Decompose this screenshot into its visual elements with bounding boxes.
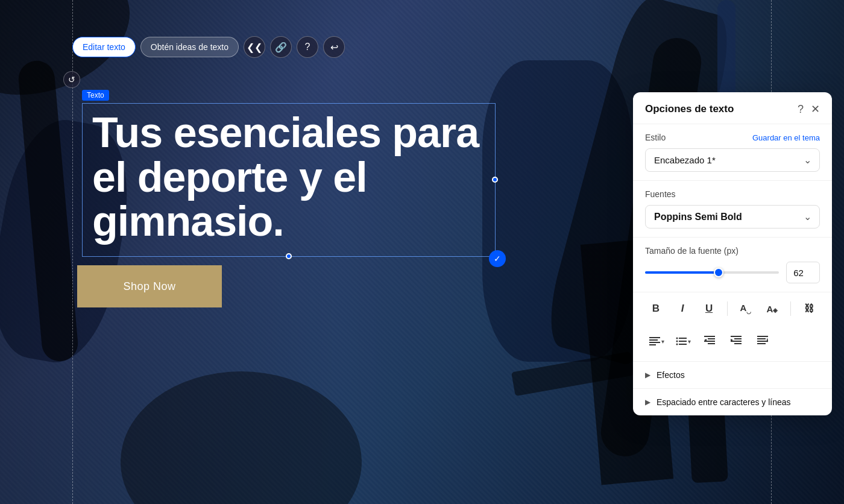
font-size-label: Tamaño de la fuente (px) [645,246,738,256]
efectos-label: Efectos [657,370,685,380]
italic-button[interactable]: I [672,297,693,320]
svg-point-8 [676,344,678,345]
svg-rect-3 [649,344,656,345]
format-icons-row: B I U A◡ A◈ ⛓ [633,292,832,325]
text-color-icon: A◡ [740,303,752,315]
text-type-label: Texto [82,90,109,101]
back-history-icon: ❮❮ [247,42,262,53]
toolbar: Editar texto Obtén ideas de texto ❮❮ 🔗 ?… [72,36,345,58]
text-color-button[interactable]: A◡ [735,297,757,320]
indent-increase-icon [731,336,742,347]
svg-rect-5 [679,338,687,339]
text-bounding-box[interactable]: Tus esenciales para el deporte y el gimn… [82,103,496,257]
undo-button[interactable]: ↩ [323,36,345,58]
separator-1 [727,301,728,316]
bold-button[interactable]: B [645,297,667,320]
estilo-dropdown[interactable]: Encabezado 1* Encabezado 2 Encabezado 3 … [645,148,820,172]
help-button[interactable]: ? [297,36,318,58]
font-size-header: Tamaño de la fuente (px) [645,246,820,256]
estilo-dropdown-wrapper: Encabezado 1* Encabezado 2 Encabezado 3 … [645,148,820,172]
font-size-section: Tamaño de la fuente (px) [633,237,832,292]
link-button[interactable]: 🔗 [270,36,292,58]
indent-decrease-button[interactable] [698,330,721,353]
align-left-button[interactable]: ▾ [645,330,668,353]
slider-track [645,271,779,274]
text-options-panel: Opciones de texto ? ✕ Estilo Guardar en … [633,92,832,415]
svg-point-4 [676,338,678,339]
svg-rect-10 [704,336,715,337]
text-direction-button[interactable] [751,330,774,353]
save-theme-link[interactable]: Guardar en el tema [752,133,820,142]
svg-rect-11 [708,338,715,339]
slider-thumb[interactable] [714,268,723,277]
espaciado-chevron-icon: ▶ [645,398,650,406]
svg-rect-13 [708,343,715,344]
fuentes-section: Fuentes Poppins Semi Bold Roboto Open Sa… [633,180,832,237]
separator-2 [790,301,791,316]
efectos-chevron-icon: ▶ [645,371,650,379]
confirm-badge[interactable]: ✓ [489,250,506,267]
panel-help-icon: ? [798,103,804,115]
link-text-button[interactable]: ⛓ [798,297,820,320]
rotate-icon: ↺ [68,75,75,84]
undo-icon: ↩ [330,42,338,53]
svg-rect-0 [649,337,660,338]
rotate-handle[interactable]: ↺ [63,71,80,88]
efectos-section[interactable]: ▶ Efectos [633,361,832,388]
panel-close-icon: ✕ [811,103,820,115]
panel-help-button[interactable]: ? [798,104,804,115]
estilo-section: Estilo Guardar en el tema Encabezado 1* … [633,124,832,180]
espaciado-label: Espaciado entre caracteres y líneas [657,397,791,407]
svg-rect-17 [731,341,742,342]
underline-icon: U [705,303,713,315]
hero-heading[interactable]: Tus esenciales para el deporte y el gimn… [92,111,485,244]
resize-handle-right[interactable] [492,177,498,183]
text-highlight-button[interactable]: A◈ [761,297,783,320]
list-icon: ▾ [676,337,691,345]
estilo-section-header: Estilo Guardar en el tema [645,133,820,142]
text-editing-area[interactable]: Texto Tus esenciales para el deporte y e… [77,84,500,262]
panel-header: Opciones de texto ? ✕ [633,92,832,124]
estilo-label: Estilo [645,133,666,142]
back-history-button[interactable]: ❮❮ [244,36,265,58]
svg-rect-7 [679,341,687,342]
font-size-slider-container[interactable] [645,271,779,274]
indent-decrease-icon [704,336,715,347]
svg-rect-20 [757,336,768,337]
edit-text-button[interactable]: Editar texto [72,37,136,57]
panel-title: Opciones de texto [645,103,734,115]
align-left-icon: ▾ [649,337,664,345]
link-icon: 🔗 [275,42,287,53]
bold-icon: B [652,303,660,315]
underline-button[interactable]: U [698,297,720,320]
help-icon: ? [305,42,310,52]
indent-increase-button[interactable] [725,330,748,353]
font-size-input[interactable] [786,262,820,283]
fuentes-section-header: Fuentes [645,189,820,199]
svg-rect-21 [757,338,766,339]
resize-handle-bottom[interactable] [286,253,292,259]
link-text-icon: ⛓ [804,303,814,314]
espaciado-section[interactable]: ▶ Espaciado entre caracteres y líneas [633,388,832,415]
panel-close-button[interactable]: ✕ [811,104,820,115]
align-icons-row: ▾ ▾ [633,325,832,361]
svg-rect-23 [757,343,766,344]
fuentes-dropdown[interactable]: Poppins Semi Bold Roboto Open Sans Lato [645,205,820,228]
svg-rect-2 [649,342,660,343]
list-button[interactable]: ▾ [672,330,694,353]
text-direction-icon [757,336,768,347]
svg-point-6 [676,341,678,342]
panel-header-icons: ? ✕ [798,104,820,115]
svg-rect-15 [731,336,742,337]
font-size-row [645,262,820,283]
text-highlight-icon: A◈ [767,304,778,314]
get-ideas-button[interactable]: Obtén ideas de texto [140,37,239,57]
italic-icon: I [681,303,684,315]
svg-rect-18 [734,343,742,344]
fuentes-label: Fuentes [645,189,676,199]
svg-rect-22 [757,341,768,342]
svg-rect-16 [734,338,742,339]
checkmark-icon: ✓ [494,254,501,263]
shop-now-button[interactable]: Shop Now [77,265,222,307]
slider-fill [645,271,719,274]
